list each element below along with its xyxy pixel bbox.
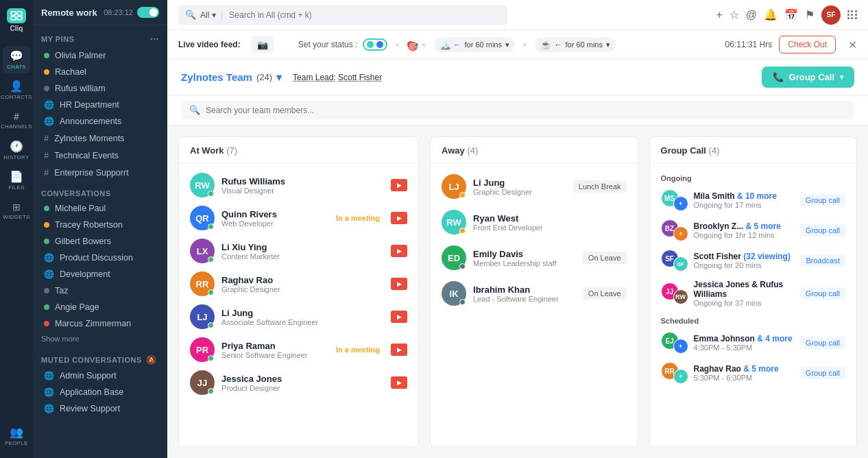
rail-channels[interactable]: # Channels — [3, 106, 30, 134]
list-item[interactable]: BZ + Brooklyn Z... & 5 more Ongoing for … — [650, 215, 856, 245]
status-toggle[interactable] — [137, 7, 159, 18]
sidebar-item-gilbert[interactable]: Gilbert Bowers — [36, 233, 165, 250]
sidebar-item-announcements[interactable]: 🌐 Announcements — [36, 113, 165, 130]
rail-people[interactable]: 👥 People — [3, 422, 30, 450]
table-row[interactable]: IK Ibrahim Khan Lead - Software Engineer… — [431, 276, 637, 311]
sidebar-item-tracey[interactable]: Tracey Robertson — [36, 217, 165, 233]
sidebar-item-michelle[interactable]: Michelle Paul — [36, 200, 165, 217]
calendar-icon[interactable]: 📅 — [784, 8, 798, 21]
sidebar-item-development[interactable]: 🌐 Development — [36, 266, 165, 282]
video-icon: ▶ — [397, 248, 402, 254]
video-call-btn[interactable]: ▶ — [391, 344, 407, 356]
call-avatars: BZ + — [661, 219, 688, 241]
video-call-btn[interactable]: ▶ — [391, 311, 407, 323]
list-item[interactable]: SF SF Scott Fisher (32 viewing) Ongoing … — [650, 245, 856, 276]
avatar: LJ — [442, 174, 466, 199]
list-item[interactable]: JJ RW Jessica Jones & Rufus Williams Ong… — [650, 276, 856, 311]
search-members-input[interactable] — [206, 106, 846, 115]
table-row[interactable]: LX Li Xiu Ying Content Marketer ▶ — [179, 234, 418, 267]
table-row[interactable]: LJ Li Jung Graphic Designer Lunch Break — [431, 169, 637, 204]
sidebar-item-technical[interactable]: # Technical Events — [36, 147, 165, 164]
user-avatar[interactable]: SF — [821, 5, 841, 25]
join-call-btn[interactable]: Group call — [800, 194, 845, 206]
list-item[interactable]: MS + Mila Smith & 10 more Ongoing for 17… — [650, 185, 856, 215]
sidebar-item-product[interactable]: 🌐 Product Discussion — [36, 250, 165, 266]
sidebar-item-enterprise[interactable]: # Enterprise Supporrt — [36, 164, 165, 181]
video-call-btn[interactable]: ▶ — [391, 376, 407, 389]
join-call-btn[interactable]: Group call — [800, 367, 845, 379]
video-call-btn[interactable]: ▶ — [391, 179, 407, 191]
sidebar-item-hr[interactable]: 🌐 HR Department — [36, 97, 165, 113]
sidebar-item-label: Development — [60, 269, 110, 279]
table-row[interactable]: LJ Li Jung Associate Software Engineer ▶ — [179, 300, 418, 333]
globe-icon: 🌐 — [44, 117, 54, 126]
sidebar-item-rufus[interactable]: Rufus william — [36, 80, 165, 97]
sidebar-item-rachael[interactable]: Rachael — [36, 64, 165, 80]
group-call-btn[interactable]: 📞 Group Call ▾ — [762, 67, 854, 88]
join-call-btn[interactable]: Group call — [800, 287, 845, 300]
search-input[interactable] — [229, 10, 501, 20]
close-livebar-btn[interactable]: ✕ — [848, 38, 857, 51]
table-row[interactable]: RW Rufus Williams Visual Designer ▶ — [179, 169, 418, 202]
rail-history[interactable]: 🕐 History — [3, 136, 30, 164]
sidebar-item-angie[interactable]: Angie Page — [36, 299, 165, 315]
blue-status-dot — [376, 41, 383, 48]
table-row[interactable]: PR Priya Raman Senior Software Engineer … — [179, 333, 418, 366]
team-title[interactable]: Zylnotes Team (24) ▾ — [181, 71, 282, 84]
avatar: QR — [190, 206, 215, 230]
red-status-dot[interactable]: 🎯 — [407, 41, 414, 48]
table-row[interactable]: RW Ryan West Front End Developer — [431, 204, 637, 240]
table-row[interactable]: ED Emily Davis Member Leadership staff O… — [431, 240, 637, 276]
mention-icon[interactable]: @ — [746, 9, 757, 21]
status-dot — [44, 239, 49, 244]
live-video-btn[interactable]: 📷 — [252, 36, 274, 53]
call-icon: 📞 — [773, 72, 784, 82]
add-channel-btn[interactable]: + — [716, 9, 722, 21]
timer1-btn[interactable]: 🏔️ ← for 60 mins ▾ — [434, 38, 515, 52]
table-row[interactable]: QR Quinn Rivers Web Developer In a meeti… — [179, 202, 418, 234]
join-call-btn[interactable]: Group call — [800, 224, 845, 237]
join-call-btn[interactable]: Group call — [800, 337, 845, 349]
timer2-btn[interactable]: ☕ ← for 60 mins ▾ — [535, 38, 616, 52]
sidebar-item-zylnotes[interactable]: # Zylnotes Moments — [36, 130, 165, 147]
rail-contacts[interactable]: 👤 Contacts — [3, 76, 30, 104]
join-call-btn[interactable]: Broadcast — [800, 254, 845, 267]
sidebar-item-marcus[interactable]: Marcus Zimmerman — [36, 315, 165, 332]
video-icon: ▶ — [397, 215, 402, 221]
sidebar-item-label: HR Department — [60, 100, 119, 110]
checkout-btn[interactable]: Check Out — [779, 36, 836, 53]
search-members-bar: 🔍 — [167, 95, 868, 125]
away-column: Away (4) LJ Li Jung Graphic Designer Lun… — [430, 136, 638, 447]
list-item[interactable]: RR + Raghav Rao & 5 more 5:30PM - 6:30PM… — [650, 358, 856, 388]
list-item[interactable]: EJ + Emma Johnson & 4 more 4:30PM - 5:30… — [650, 328, 856, 358]
sidebar-item-olivia[interactable]: Olivia Palmer — [36, 47, 165, 64]
video-call-btn[interactable]: ▶ — [391, 278, 407, 290]
rail-widgets[interactable]: ⊞ Widgets — [3, 197, 30, 224]
video-call-btn[interactable]: ▶ — [391, 245, 407, 257]
rail-files[interactable]: 📄 Files — [3, 167, 30, 194]
rail-people-label: People — [5, 440, 28, 446]
search-scope-selector[interactable]: All ▾ — [200, 10, 222, 20]
sidebar-item-taz[interactable]: Taz — [36, 282, 165, 299]
video-call-btn[interactable]: ▶ — [391, 212, 407, 224]
rail-chats[interactable]: 💬 Chats — [3, 46, 30, 73]
team-dropdown-icon: ▾ — [276, 71, 282, 84]
table-row[interactable]: JJ Jessica Jones Product Designer ▶ — [179, 366, 418, 399]
sidebar-item-admin[interactable]: 🌐 Admin Support — [36, 367, 165, 384]
table-row[interactable]: RR Raghav Rao Graphic Designer ▶ — [179, 267, 418, 300]
show-more-btn[interactable]: Show more — [33, 332, 167, 348]
pins-menu-icon[interactable]: ··· — [150, 34, 159, 45]
app-grid-icon[interactable] — [847, 10, 857, 19]
status-label: Set your status : — [298, 40, 358, 49]
reminder-icon[interactable]: 🔔 — [764, 8, 777, 21]
flag-icon[interactable]: ⚑ — [805, 8, 815, 21]
status-badge: On Leave — [583, 287, 627, 300]
sidebar-item-appbase[interactable]: 🌐 Application Base — [36, 384, 165, 400]
globe-icon: 🌐 — [44, 100, 54, 110]
status-dot — [44, 304, 49, 310]
status-dot — [44, 69, 49, 75]
star-icon[interactable]: ☆ — [730, 8, 739, 21]
status-toggle-btn[interactable] — [363, 38, 387, 51]
avatar: JJ — [190, 370, 215, 395]
sidebar-item-review[interactable]: 🌐 Review Support — [36, 400, 165, 417]
